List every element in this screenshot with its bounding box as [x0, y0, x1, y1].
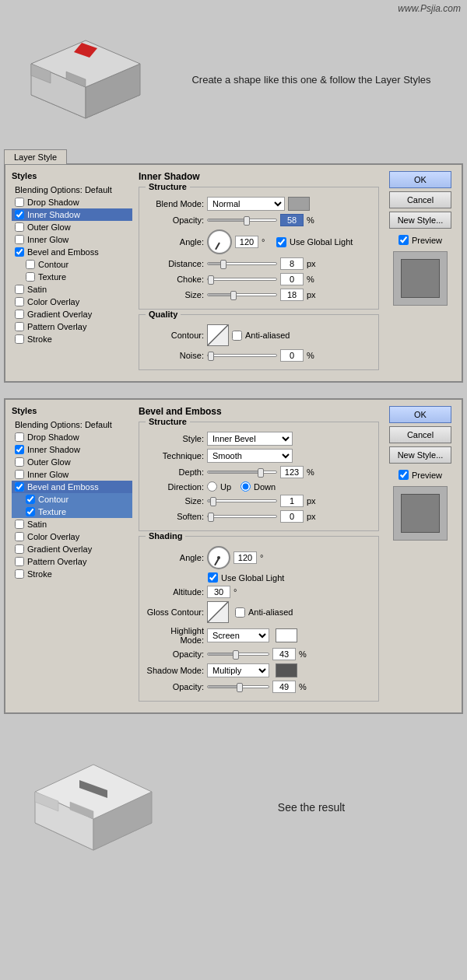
- highlight-opacity-slider[interactable]: [207, 653, 269, 656]
- style-satin-2[interactable]: Satin: [12, 518, 132, 530]
- bevel-style-select[interactable]: Inner Bevel: [207, 432, 293, 446]
- noise-unit: %: [307, 351, 318, 360]
- style-contour-2[interactable]: Contour: [12, 493, 132, 506]
- direction-down-radio[interactable]: [241, 481, 251, 492]
- style-stroke-1[interactable]: Stroke: [12, 333, 132, 345]
- angle-value[interactable]: 120: [235, 236, 258, 248]
- style-drop-shadow[interactable]: Drop Shadow: [12, 196, 132, 208]
- depth-value[interactable]: 123: [280, 466, 304, 478]
- preview-row-1: Preview: [399, 235, 442, 245]
- shadow-opacity-value[interactable]: 49: [272, 681, 296, 693]
- style-inner-glow[interactable]: Inner Glow: [12, 233, 132, 246]
- highlight-opacity-value[interactable]: 43: [272, 648, 296, 660]
- new-style-button-2[interactable]: New Style...: [389, 446, 451, 464]
- style-pattern-overlay-1[interactable]: Pattern Overlay: [12, 320, 132, 333]
- style-color-overlay-2[interactable]: Color Overlay: [12, 530, 132, 543]
- global-light-checkbox[interactable]: [276, 237, 286, 247]
- shading-angle-value[interactable]: 120: [234, 551, 257, 564]
- shading-angle-dial[interactable]: [207, 546, 230, 569]
- soften-value[interactable]: 0: [280, 510, 304, 523]
- new-style-button-1[interactable]: New Style...: [389, 212, 451, 229]
- bevel-size-slider[interactable]: [207, 499, 277, 502]
- distance-value[interactable]: 8: [280, 257, 304, 270]
- contour-preview[interactable]: [207, 324, 229, 346]
- shadow-mode-select[interactable]: Multiply: [207, 663, 269, 677]
- angle-dial[interactable]: [207, 229, 232, 254]
- bevel-size-value[interactable]: 1: [280, 495, 304, 507]
- cancel-button-2[interactable]: Cancel: [389, 426, 451, 443]
- top-section: Create a shape like this one & follow th…: [0, 17, 467, 149]
- style-blending-options-2[interactable]: Blending Options: Default: [12, 418, 132, 431]
- choke-slider[interactable]: [207, 278, 277, 281]
- depth-slider[interactable]: [207, 471, 277, 474]
- blend-color-swatch[interactable]: [288, 197, 310, 211]
- style-drop-shadow-2[interactable]: Drop Shadow: [12, 431, 132, 443]
- altitude-value[interactable]: 30: [207, 586, 230, 598]
- noise-slider[interactable]: [207, 354, 277, 357]
- altitude-row: Altitude: 30 °: [146, 586, 372, 598]
- style-blending-options[interactable]: Blending Options: Default: [12, 184, 132, 196]
- style-contour[interactable]: Contour: [12, 258, 132, 271]
- choke-value[interactable]: 0: [280, 273, 304, 285]
- size-value[interactable]: 18: [280, 289, 304, 301]
- gloss-anti-aliased-checkbox[interactable]: [235, 607, 245, 618]
- gloss-contour-preview[interactable]: [207, 601, 229, 623]
- shading-angle-row: Angle: 120 °: [146, 546, 372, 569]
- opacity-value[interactable]: 58: [280, 214, 304, 226]
- cancel-button-1[interactable]: Cancel: [389, 191, 451, 208]
- style-inner-shadow[interactable]: Inner Shadow: [12, 208, 132, 221]
- opacity-slider[interactable]: [207, 219, 277, 222]
- choke-label: Choke:: [146, 275, 204, 284]
- style-outer-glow-2[interactable]: Outer Glow: [12, 456, 132, 468]
- shading-label: Shading: [146, 531, 185, 541]
- style-stroke-2[interactable]: Stroke: [12, 568, 132, 580]
- direction-up-label: Up: [220, 482, 231, 492]
- style-texture[interactable]: Texture: [12, 271, 132, 283]
- style-inner-shadow-2[interactable]: Inner Shadow: [12, 443, 132, 456]
- depth-unit: %: [307, 467, 318, 477]
- preview-inner-1: [401, 259, 440, 298]
- soften-slider[interactable]: [207, 515, 277, 518]
- highlight-mode-select[interactable]: Screen: [207, 628, 269, 642]
- dialog-panel-2: Styles Blending Options: Default Drop Sh…: [4, 398, 463, 714]
- ok-button-1[interactable]: OK: [389, 171, 451, 188]
- blend-mode-select[interactable]: Normal: [207, 197, 285, 211]
- preview-checkbox-2[interactable]: [399, 470, 409, 480]
- style-color-overlay-1[interactable]: Color Overlay: [12, 296, 132, 308]
- right-panel-2: OK Cancel New Style... Preview: [385, 406, 455, 706]
- global-light-row: Use Global Light: [276, 237, 353, 247]
- style-outer-glow[interactable]: Outer Glow: [12, 221, 132, 233]
- altitude-unit: °: [234, 587, 245, 597]
- structure-section: Structure Blend Mode: Normal Opacity:: [139, 187, 379, 310]
- direction-up-radio[interactable]: [207, 481, 217, 492]
- size-slider[interactable]: [207, 293, 277, 296]
- anti-aliased-checkbox[interactable]: [232, 331, 242, 341]
- highlight-opacity-unit: %: [299, 649, 311, 659]
- style-texture-2[interactable]: Texture: [12, 506, 132, 518]
- contour-row: Contour: Anti-aliased: [146, 324, 372, 346]
- shading-global-light: Use Global Light: [208, 572, 284, 583]
- distance-unit: px: [307, 259, 318, 268]
- bottom-shape-image: [16, 745, 171, 870]
- style-bevel-emboss[interactable]: Bevel and Emboss: [12, 246, 132, 258]
- shadow-opacity-slider[interactable]: [207, 685, 269, 688]
- bevel-style-row: Style: Inner Bevel: [146, 432, 372, 446]
- bevel-size-unit: px: [307, 496, 318, 506]
- shading-angle-label: Angle:: [146, 553, 204, 562]
- noise-value[interactable]: 0: [280, 349, 304, 362]
- style-satin[interactable]: Satin: [12, 283, 132, 296]
- style-gradient-overlay-2[interactable]: Gradient Overlay: [12, 543, 132, 555]
- style-gradient-overlay-1[interactable]: Gradient Overlay: [12, 308, 132, 320]
- preview-checkbox-1[interactable]: [399, 235, 409, 245]
- layer-style-tab[interactable]: Layer Style: [4, 149, 67, 164]
- ok-button-2[interactable]: OK: [389, 406, 451, 423]
- style-pattern-overlay-2[interactable]: Pattern Overlay: [12, 555, 132, 568]
- shading-global-light-checkbox[interactable]: [208, 572, 218, 583]
- technique-select[interactable]: Smooth: [207, 449, 293, 463]
- shadow-mode-row: Shadow Mode: Multiply: [146, 663, 372, 677]
- highlight-color-swatch[interactable]: [276, 628, 297, 642]
- shadow-color-swatch[interactable]: [276, 663, 297, 677]
- style-bevel-emboss-2[interactable]: Bevel and Emboss: [12, 481, 132, 493]
- style-inner-glow-2[interactable]: Inner Glow: [12, 468, 132, 481]
- distance-slider[interactable]: [207, 262, 277, 265]
